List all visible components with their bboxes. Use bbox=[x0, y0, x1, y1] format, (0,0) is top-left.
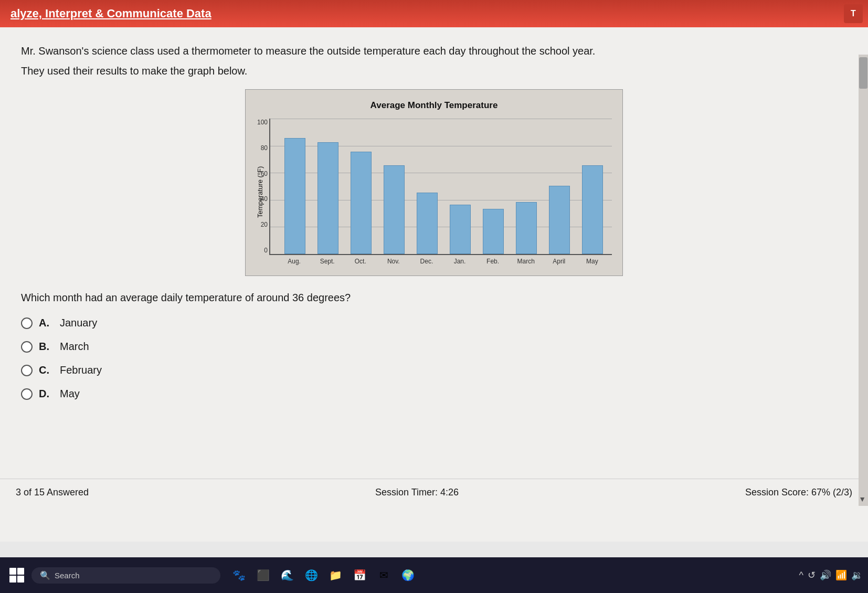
taskbar-mail-icon[interactable]: ✉ bbox=[374, 565, 394, 585]
search-bar[interactable]: 🔍 Search bbox=[31, 567, 220, 584]
tray-update-icon[interactable]: ↺ bbox=[808, 569, 816, 581]
page-title: alyze, Interpret & Communicate Data bbox=[10, 7, 211, 20]
bar bbox=[516, 202, 537, 254]
choice-letter: C. bbox=[39, 364, 49, 376]
bar-group bbox=[512, 202, 541, 254]
taskbar-screen-icon[interactable]: ⬛ bbox=[253, 565, 273, 585]
x-label: Nov. bbox=[379, 258, 408, 265]
start-button[interactable] bbox=[5, 564, 28, 587]
bottom-bar: 3 of 15 Answered Session Timer: 4:26 Ses… bbox=[0, 479, 868, 506]
radio-button[interactable] bbox=[21, 388, 33, 400]
bar-group bbox=[281, 138, 310, 254]
chart-container: Average Monthly Temperature Temperature … bbox=[245, 89, 623, 276]
x-label: April bbox=[545, 258, 574, 265]
choice-letter: B. bbox=[39, 341, 49, 353]
bars-wrapper bbox=[276, 119, 612, 254]
y-tick: 20 bbox=[247, 221, 268, 228]
session-score: Session Score: 67% (2/3) bbox=[745, 487, 852, 498]
bar bbox=[549, 186, 570, 254]
title-bar: alyze, Interpret & Communicate Data T bbox=[0, 0, 868, 27]
bar-group bbox=[413, 193, 442, 254]
y-tick: 0 bbox=[247, 247, 268, 254]
bar-group bbox=[446, 205, 475, 254]
bar-group bbox=[545, 186, 574, 254]
x-label: Oct. bbox=[346, 258, 375, 265]
answer-choice-c[interactable]: C.February bbox=[21, 364, 847, 376]
taskbar-browser-icon[interactable]: 🌐 bbox=[301, 565, 321, 585]
taskbar-calendar-icon[interactable]: 📅 bbox=[350, 565, 369, 585]
tray-arrow-icon[interactable]: ^ bbox=[799, 570, 803, 581]
which-month-question: Which month had an average daily tempera… bbox=[21, 292, 847, 304]
y-tick: 40 bbox=[247, 195, 268, 203]
bar bbox=[317, 142, 338, 254]
x-labels: Aug.Sept.Oct.Nov.Dec.Jan.Feb.MarchAprilM… bbox=[274, 255, 612, 265]
choice-text: March bbox=[60, 341, 89, 353]
bar bbox=[582, 165, 603, 254]
bar bbox=[351, 152, 372, 254]
choice-text: February bbox=[60, 364, 102, 376]
scrollbar[interactable]: ▼ bbox=[859, 55, 868, 506]
taskbar-animal-icon[interactable]: 🐾 bbox=[229, 565, 249, 585]
bar-group bbox=[380, 165, 409, 254]
choice-letter: A. bbox=[39, 317, 49, 329]
bar-group bbox=[314, 142, 343, 254]
taskbar-color-icon[interactable]: 🌊 bbox=[277, 565, 297, 585]
radio-button[interactable] bbox=[21, 365, 33, 376]
choice-letter: D. bbox=[39, 388, 49, 400]
tray-volume-icon[interactable]: 🔉 bbox=[851, 569, 863, 581]
answer-choice-d[interactable]: D.May bbox=[21, 388, 847, 400]
bar bbox=[483, 209, 504, 254]
tray-wifi-icon[interactable]: 📶 bbox=[835, 569, 847, 581]
x-label: March bbox=[512, 258, 541, 265]
x-label: May bbox=[578, 258, 607, 265]
chart-graph: 100806040200 bbox=[269, 119, 612, 255]
radio-button[interactable] bbox=[21, 341, 33, 353]
y-tick: 60 bbox=[247, 170, 268, 177]
chart-title: Average Monthly Temperature bbox=[256, 100, 612, 111]
system-tray: ^ ↺ 🔊 📶 🔉 bbox=[799, 569, 863, 581]
radio-button[interactable] bbox=[21, 317, 33, 329]
x-label: Aug. bbox=[280, 258, 309, 265]
taskbar-icons: 🐾 ⬛ 🌊 🌐 📁 📅 ✉ 🌍 bbox=[229, 565, 418, 585]
choice-text: January bbox=[60, 317, 97, 329]
session-timer: Session Timer: 4:26 bbox=[375, 487, 459, 498]
search-icon: 🔍 bbox=[40, 570, 50, 580]
bar-group bbox=[578, 165, 607, 254]
progress-indicator: 3 of 15 Answered bbox=[16, 487, 89, 498]
question-line2: They used their results to make the grap… bbox=[21, 63, 847, 79]
bar-group bbox=[347, 152, 376, 254]
scrollbar-thumb[interactable] bbox=[859, 57, 867, 89]
y-tick: 100 bbox=[247, 119, 268, 126]
bar bbox=[284, 138, 305, 254]
answer-choices: A.JanuaryB.MarchC.FebruaryD.May bbox=[21, 317, 847, 400]
answer-choice-b[interactable]: B.March bbox=[21, 341, 847, 353]
choice-text: May bbox=[60, 388, 80, 400]
main-content: Mr. Swanson's science class used a therm… bbox=[0, 27, 868, 542]
chart-inner: 100806040200 Aug.Sept.Oct.Nov.Dec.Jan.Fe… bbox=[269, 119, 612, 265]
answer-choice-a[interactable]: A.January bbox=[21, 317, 847, 329]
x-label: Dec. bbox=[412, 258, 441, 265]
title-btn[interactable]: T bbox=[844, 4, 863, 23]
search-label: Search bbox=[55, 571, 80, 580]
tray-sound-icon[interactable]: 🔊 bbox=[820, 569, 831, 581]
bar bbox=[384, 165, 405, 254]
chart-area: Temperature (°F) 100806040200 Aug.Sept.O… bbox=[256, 119, 612, 265]
bar bbox=[450, 205, 471, 254]
bar-group bbox=[479, 209, 507, 254]
y-tick: 80 bbox=[247, 144, 268, 152]
x-label: Sept. bbox=[313, 258, 342, 265]
x-label: Feb. bbox=[479, 258, 507, 265]
windows-icon bbox=[9, 568, 24, 583]
taskbar-folder-icon[interactable]: 📁 bbox=[325, 565, 345, 585]
question-line1: Mr. Swanson's science class used a therm… bbox=[21, 43, 847, 59]
bar bbox=[417, 193, 438, 254]
y-ticks: 100806040200 bbox=[247, 119, 268, 254]
scroll-down-arrow[interactable]: ▼ bbox=[859, 495, 866, 503]
taskbar-globe-icon[interactable]: 🌍 bbox=[398, 565, 418, 585]
taskbar: 🔍 Search 🐾 ⬛ 🌊 🌐 📁 📅 ✉ 🌍 ^ ↺ 🔊 📶 🔉 bbox=[0, 557, 868, 593]
x-label: Jan. bbox=[445, 258, 474, 265]
